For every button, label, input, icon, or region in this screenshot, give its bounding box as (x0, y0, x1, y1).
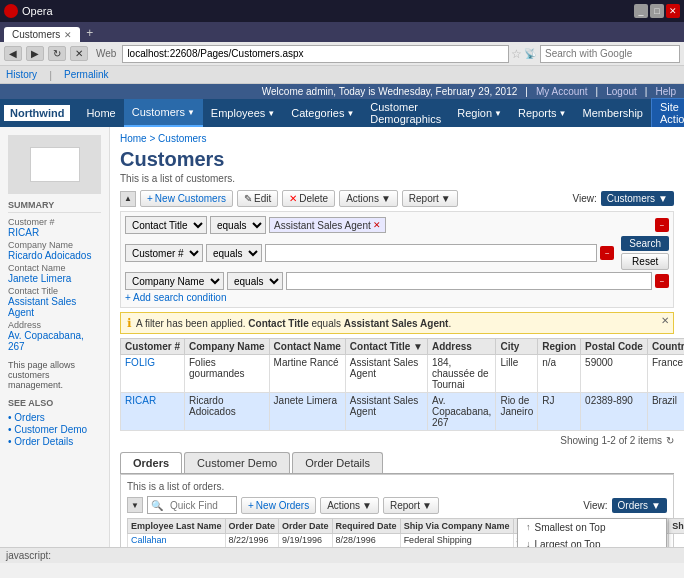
browser-search-input[interactable] (540, 45, 680, 63)
filter-field-2[interactable]: Customer # (125, 244, 203, 262)
th-region[interactable]: Region (538, 339, 581, 355)
nav-item-reports[interactable]: Reports ▼ (510, 99, 574, 127)
site-actions-button[interactable]: Site Actions ▼ (651, 98, 684, 128)
report-button[interactable]: Report ▼ (402, 190, 458, 207)
new-orders-button[interactable]: + New Orders (241, 497, 316, 514)
forward-button[interactable]: ▶ (26, 46, 44, 61)
tab-orders[interactable]: Orders (120, 452, 182, 473)
sidebar-link-customer-demo[interactable]: Customer Demo (8, 424, 101, 435)
th-employee[interactable]: Employee Last Name (128, 519, 226, 534)
refresh-button[interactable]: ↻ (48, 46, 66, 61)
address-label: Address (8, 320, 101, 330)
sidebar-link-order-details[interactable]: Order Details (8, 436, 101, 447)
report-label: Report (409, 193, 439, 204)
company-value[interactable]: Ricardo Adoicados (8, 250, 101, 261)
help-link[interactable]: Help (655, 86, 676, 97)
nav-item-membership[interactable]: Membership (574, 99, 651, 127)
new-tab-button[interactable]: + (80, 24, 99, 42)
back-button[interactable]: ◀ (4, 46, 22, 61)
th-customer-num[interactable]: Customer # (121, 339, 185, 355)
customer-id-link[interactable]: RICAR (125, 395, 156, 406)
th-company-name[interactable]: Company Name (185, 339, 270, 355)
th-postal-code[interactable]: Postal Code (581, 339, 648, 355)
th-ship-city[interactable]: Ship City ▼ (669, 519, 684, 534)
filter-tag-remove-1[interactable]: ✕ (373, 220, 381, 230)
th-city[interactable]: City (496, 339, 538, 355)
sidebar-link-orders[interactable]: Orders (8, 412, 101, 423)
permalink-link[interactable]: Permalink (64, 69, 108, 80)
delete-button[interactable]: ✕ Delete (282, 190, 335, 207)
refresh-icon[interactable]: ↻ (666, 435, 674, 446)
filter-value-2[interactable] (265, 244, 597, 262)
edit-button[interactable]: ✎ Edit (237, 190, 278, 207)
quick-find-input[interactable] (166, 497, 236, 513)
dropdown-item-smallest[interactable]: ↑ Smallest on Top (518, 519, 666, 536)
history-link[interactable]: History (6, 69, 37, 80)
filter-value-3[interactable] (286, 272, 652, 290)
nav-item-customers[interactable]: Customers ▼ (124, 99, 203, 127)
cell-ship-via: Federal Shipping (400, 534, 513, 548)
filter-clear-1[interactable]: − (655, 218, 669, 232)
filter-notice-close[interactable]: ✕ (661, 315, 669, 326)
breadcrumb-home[interactable]: Home (120, 133, 147, 144)
address-value[interactable]: Av. Copacabana, 267 (8, 330, 101, 352)
collapse-button[interactable]: ▲ (120, 191, 136, 207)
my-account-link[interactable]: My Account (536, 86, 588, 97)
customer-num-value[interactable]: RICAR (8, 227, 101, 238)
separator3: | (645, 86, 648, 97)
filter-operator-3[interactable]: equals (227, 272, 283, 290)
th-contact-title[interactable]: Contact Title ▼ (345, 339, 427, 355)
tab-close-icon[interactable]: ✕ (64, 30, 72, 40)
employee-link[interactable]: Callahan (131, 535, 167, 545)
filter-field-1[interactable]: Contact Title (125, 216, 207, 234)
customer-id-link[interactable]: FOLIG (125, 357, 155, 368)
filter-clear-3[interactable]: − (655, 274, 669, 288)
window-controls[interactable]: _ □ ✕ (634, 4, 680, 18)
th-required-date[interactable]: Order Date (279, 519, 333, 534)
nav-item-home[interactable]: Home (78, 99, 123, 127)
orders-actions-button[interactable]: Actions ▼ (320, 497, 379, 514)
tab-order-details[interactable]: Order Details (292, 452, 383, 473)
nav-item-categories[interactable]: Categories ▼ (283, 99, 362, 127)
th-address[interactable]: Address (427, 339, 496, 355)
page-title: Customers (120, 148, 674, 171)
contact-title-value[interactable]: Assistant Sales Agent (8, 296, 101, 318)
actions-button[interactable]: Actions ▼ (339, 190, 398, 207)
nav-item-customer-demographics[interactable]: Customer Demographics (362, 99, 449, 127)
dropdown-item-largest[interactable]: ↓ Largest on Top (518, 536, 666, 548)
th-contact-name[interactable]: Contact Name (269, 339, 345, 355)
nav-item-employees[interactable]: Employees ▼ (203, 99, 283, 127)
filter-operator-1[interactable]: equals (210, 216, 266, 234)
view-select[interactable]: Customers ▼ (601, 191, 674, 206)
bookmark-icon[interactable]: ☆ (511, 47, 522, 61)
minimize-button[interactable]: _ (634, 4, 648, 18)
filter-clear-2[interactable]: − (600, 246, 614, 260)
search-button[interactable]: Search (621, 236, 669, 251)
th-country[interactable]: Country (647, 339, 684, 355)
filter-field-3[interactable]: Company Name (125, 272, 224, 290)
reset-button[interactable]: Reset (621, 253, 669, 270)
smallest-icon: ↑ (526, 522, 531, 532)
browser-tab-customers[interactable]: Customers ✕ (4, 27, 80, 42)
maximize-button[interactable]: □ (650, 4, 664, 18)
delete-label: Delete (299, 193, 328, 204)
address-input[interactable] (122, 45, 509, 63)
th-ship-via[interactable]: Ship Via Company Name (400, 519, 513, 534)
th-shipped-date[interactable]: Required Date (332, 519, 400, 534)
th-order-date[interactable]: Order Date (225, 519, 279, 534)
orders-collapse-button[interactable]: ▼ (127, 497, 143, 513)
cell-region: RJ (538, 393, 581, 431)
tab-customer-demo[interactable]: Customer Demo (184, 452, 290, 473)
tabs-bar: Orders Customer Demo Order Details (120, 452, 674, 474)
close-button[interactable]: ✕ (666, 4, 680, 18)
orders-report-button[interactable]: Report ▼ (383, 497, 439, 514)
filter-operator-2[interactable]: equals (206, 244, 262, 262)
stop-button[interactable]: ✕ (70, 46, 88, 61)
nav-item-region[interactable]: Region ▼ (449, 99, 510, 127)
orders-view-select[interactable]: Orders ▼ (612, 498, 667, 513)
add-condition-link[interactable]: Add search condition (125, 292, 669, 303)
logout-link[interactable]: Logout (606, 86, 637, 97)
new-customers-button[interactable]: + New Customers (140, 190, 233, 207)
contact-value[interactable]: Janete Limera (8, 273, 101, 284)
window-chrome: Opera _ □ ✕ (0, 0, 684, 22)
